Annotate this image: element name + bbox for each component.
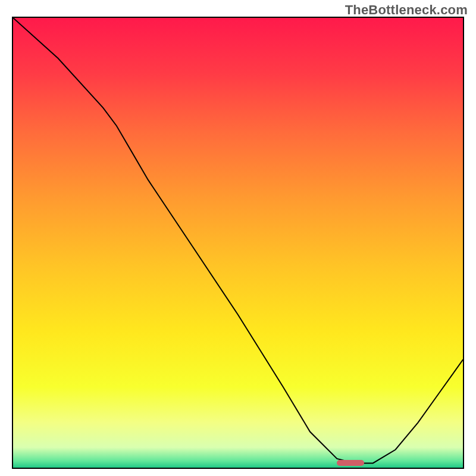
chart-plot-area <box>12 17 464 469</box>
optimal-range-marker <box>337 460 364 466</box>
stage: TheBottleneck.com <box>0 0 476 476</box>
bottleneck-curve <box>13 18 463 468</box>
watermark-text: TheBottleneck.com <box>345 2 468 18</box>
